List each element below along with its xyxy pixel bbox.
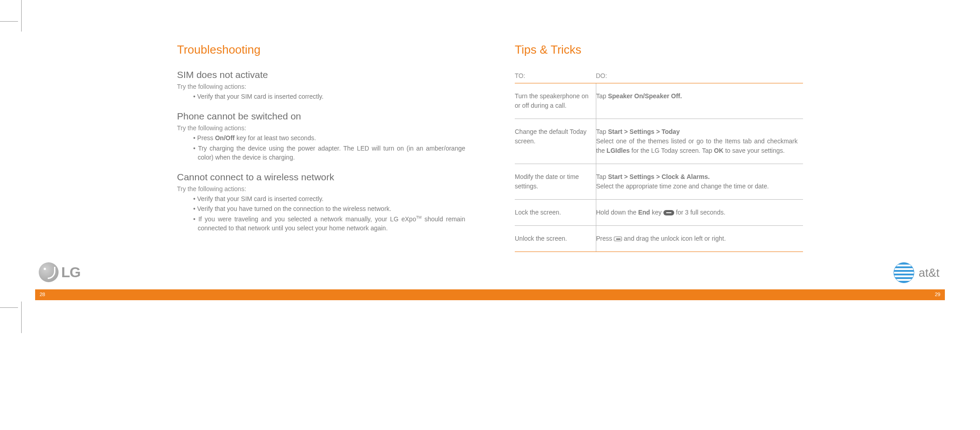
- table-row: Modify the date or time settings. Tap St…: [515, 164, 803, 200]
- list-item: If you were traveling and you selected a…: [198, 215, 465, 233]
- page-title-right: Tips & Tricks: [515, 43, 803, 57]
- do-cell: Tap Speaker On/Speaker Off.: [596, 83, 803, 119]
- list-item: Verify that your SIM card is inserted co…: [198, 194, 465, 203]
- do-cell: Press and drag the unlock icon left or r…: [596, 226, 803, 252]
- button-icon: [614, 237, 622, 241]
- list-item: Press On/Off key for at least two second…: [198, 133, 465, 142]
- att-logo: at&t: [894, 262, 939, 283]
- to-cell: Turn the speakerphone on or off during a…: [515, 83, 596, 119]
- section-heading-sim: SIM does not activate: [177, 69, 465, 80]
- table-row: Turn the speakerphone on or off during a…: [515, 83, 803, 119]
- to-cell: Change the default Today screen.: [515, 119, 596, 164]
- table-row: Change the default Today screen. Tap Sta…: [515, 119, 803, 164]
- do-cell: Tap Start > Settings > TodaySelect one o…: [596, 119, 803, 164]
- table-row: Lock the screen. Hold down the End key f…: [515, 200, 803, 226]
- section-intro: Try the following actions:: [177, 185, 465, 192]
- to-cell: Unlock the screen.: [515, 226, 596, 252]
- page-number-left: 28: [40, 292, 45, 297]
- lg-logo-icon: [39, 262, 59, 282]
- list-item: Verify that you have turned on the conne…: [198, 204, 465, 213]
- footer-bar: 28 29: [35, 289, 945, 300]
- bullet-list: Verify that your SIM card is inserted co…: [177, 92, 465, 101]
- table-header-to: TO:: [515, 69, 596, 83]
- list-item: Try charging the device using the power …: [198, 144, 465, 162]
- bullet-list: Press On/Off key for at least two second…: [177, 133, 465, 162]
- section-intro: Try the following actions:: [177, 124, 465, 132]
- lg-logo-text: LG: [61, 264, 80, 281]
- section-heading-wireless: Cannot connect to a wireless network: [177, 172, 465, 183]
- right-page: Tips & Tricks TO: DO: Turn the speakerph…: [492, 18, 826, 297]
- to-cell: Modify the date or time settings.: [515, 164, 596, 200]
- bullet-list: Verify that your SIM card is inserted co…: [177, 194, 465, 233]
- do-cell: Hold down the End key for 3 full seconds…: [596, 200, 803, 226]
- end-key-icon: [663, 210, 674, 215]
- page-title-left: Troubleshooting: [177, 43, 465, 57]
- left-page: Troubleshooting SIM does not activate Tr…: [154, 18, 488, 297]
- list-item: Verify that your SIM card is inserted co…: [198, 92, 465, 101]
- do-cell: Tap Start > Settings > Clock & Alarms.Se…: [596, 164, 803, 200]
- lg-logo: LG: [39, 262, 80, 282]
- tips-table: TO: DO: Turn the speakerphone on or off …: [515, 69, 803, 252]
- to-cell: Lock the screen.: [515, 200, 596, 226]
- page-number-right: 29: [935, 292, 940, 297]
- table-row: Unlock the screen. Press and drag the un…: [515, 226, 803, 252]
- section-heading-power: Phone cannot be switched on: [177, 111, 465, 122]
- att-logo-text: at&t: [919, 266, 939, 280]
- att-globe-icon: [894, 262, 914, 283]
- section-intro: Try the following actions:: [177, 83, 465, 90]
- table-header-do: DO:: [596, 69, 803, 83]
